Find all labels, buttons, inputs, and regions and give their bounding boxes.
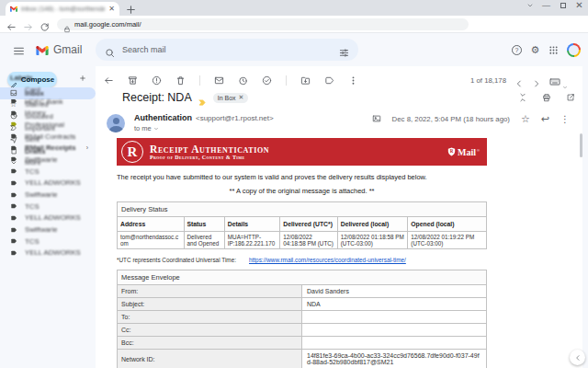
column-header: Details — [224, 217, 279, 232]
label-tag-icon — [10, 202, 17, 210]
open-in-new-icon[interactable] — [566, 93, 575, 102]
gmail-m-icon — [36, 45, 49, 55]
older-email-icon[interactable] — [532, 75, 541, 85]
snooze-icon[interactable] — [238, 75, 248, 86]
toolbar-separator — [199, 75, 200, 86]
column-header: Delivered (local) — [337, 217, 408, 232]
tab-search-icon[interactable] — [526, 2, 534, 9]
apps-grid-icon[interactable] — [548, 45, 559, 55]
recipients-toggle[interactable]: to me — [134, 124, 159, 132]
shield-icon: R — [447, 146, 457, 157]
browser-window: Inbox (146) - tom@northendassoc.com ✕ — … — [0, 0, 588, 368]
search-options-icon[interactable] — [339, 45, 349, 55]
delivery-cell: tom@northendassoc.com — [118, 232, 185, 249]
gmail-favicon-icon — [10, 6, 17, 12]
remove-label-icon[interactable]: ✕ — [239, 94, 244, 101]
sidebar-label-swiftwarie[interactable]: Swiftwarie — [0, 224, 96, 236]
label-name: TCS — [25, 167, 40, 176]
browser-refresh-icon[interactable] — [40, 19, 50, 29]
mail-toolbar — [104, 72, 358, 88]
mark-unread-icon[interactable] — [214, 75, 224, 86]
label-name: Card — [25, 86, 40, 94]
label-name: Professional — [25, 121, 64, 129]
gmail-header: Gmail ? ⚙ — [0, 33, 588, 66]
sidebar-label-tcs[interactable]: TCS — [0, 201, 96, 213]
more-vert-icon[interactable] — [348, 75, 358, 86]
browser-forward-icon[interactable] — [23, 19, 33, 29]
reply-icon[interactable]: ↩ — [541, 114, 549, 123]
envelope-value — [302, 324, 487, 337]
rmail-banner: R Receipt Authentication Proof of Delive… — [117, 138, 487, 166]
search-input[interactable] — [122, 45, 332, 54]
sender-avatar[interactable] — [107, 114, 125, 132]
main-menu-icon[interactable] — [13, 44, 25, 56]
help-icon[interactable]: ? — [512, 45, 522, 55]
sidebar-label-yell-adworks[interactable]: YELL ADWORKS — [0, 178, 96, 190]
envelope-field: Subject: — [118, 298, 302, 311]
label-name: Swiftwarie — [25, 155, 58, 164]
address-input[interactable]: mail.google.com/mail/ — [57, 18, 469, 30]
side-panel-strip — [582, 66, 588, 368]
label-name: TCS — [25, 202, 40, 211]
move-to-icon[interactable] — [300, 75, 311, 86]
chevron-left-icon — [574, 354, 582, 362]
account-avatar[interactable] — [567, 43, 581, 57]
search-icon[interactable] — [105, 45, 115, 55]
important-icon — [10, 124, 17, 132]
chevron-down-icon — [153, 126, 159, 132]
delete-icon[interactable] — [175, 75, 186, 86]
label-name: HDFC Bank — [25, 98, 63, 106]
delivery-status-title: Delivery Status — [118, 202, 487, 217]
delivery-cell: 12/08/2022 01:19:22 PM (UTC-03:00) — [408, 232, 487, 249]
input-tools-icon[interactable] — [549, 75, 568, 86]
utc-footnote: *UTC represents Coordinated Universal Ti… — [117, 257, 236, 263]
envelope-row: Network ID:14f81fe3-69ca-4b00-ac33-324cc… — [118, 350, 487, 368]
print-icon[interactable] — [542, 93, 551, 102]
url-text: mail.google.com/mail/ — [74, 20, 141, 29]
minimize-icon[interactable]: — — [542, 1, 550, 9]
archive-icon[interactable] — [128, 75, 138, 86]
draft-icon — [10, 147, 17, 155]
message-menu-icon[interactable]: ⋮ — [560, 114, 570, 123]
pagination-text: 1 of 18,178 — [470, 76, 506, 85]
sidebar-label-yell-adworks[interactable]: YELL ADWORKS — [0, 247, 96, 259]
envelope-field: Bcc: — [118, 337, 302, 350]
important-marker-icon[interactable] — [198, 94, 208, 102]
clock-icon — [10, 112, 17, 120]
sidebar-label-yell-adworks[interactable]: YELL ADWORKS — [0, 213, 96, 224]
browser-tab[interactable]: Inbox (146) - tom@northendassoc.com ✕ — [6, 2, 119, 16]
collapse-all-icon[interactable] — [518, 93, 527, 102]
utc-link[interactable]: https://www.rmail.com/resources/coordina… — [249, 257, 406, 263]
sidebar-label-swiftwarie[interactable]: Swiftwarie — [0, 189, 96, 201]
label-tag-icon — [10, 179, 17, 187]
labels-icon[interactable] — [324, 75, 334, 86]
label-chip[interactable]: In Box ✕ — [213, 93, 249, 103]
browser-back-icon[interactable] — [6, 19, 17, 29]
settings-gear-icon[interactable]: ⚙ — [530, 45, 540, 55]
maximize-icon[interactable] — [559, 1, 567, 9]
label-name: YELL ADWORKS — [25, 178, 81, 187]
tab-close-icon[interactable]: ✕ — [108, 6, 115, 13]
label-name: Swiftwarie — [25, 190, 58, 199]
new-tab-button[interactable] — [125, 3, 137, 15]
label-chip-text: In Box — [218, 95, 236, 101]
star-email-icon[interactable]: ☆ — [521, 114, 530, 123]
email-subject: Receipt: NDA — [122, 91, 192, 104]
column-header: Address — [118, 217, 185, 232]
sidebar-label-tcs[interactable]: TCS — [0, 236, 96, 247]
newer-email-icon[interactable] — [514, 75, 524, 85]
add-label-icon[interactable] — [79, 75, 86, 82]
add-task-icon[interactable] — [262, 75, 272, 86]
envelope-row: Bcc: — [118, 337, 487, 350]
search-bar[interactable] — [96, 39, 358, 61]
labels-header: Labels — [10, 74, 33, 82]
report-spam-icon[interactable] — [152, 75, 162, 86]
gmail-logo: Gmail — [36, 43, 82, 56]
subject-row: Receipt: NDA In Box ✕ — [122, 91, 575, 104]
back-icon[interactable] — [104, 75, 114, 86]
side-panel-toggle-button[interactable] — [570, 350, 585, 365]
label-tag-icon — [10, 249, 17, 257]
close-icon[interactable]: ✕ — [575, 1, 583, 9]
delivery-status-table: Delivery StatusAddressStatusDetailsDeliv… — [117, 201, 487, 249]
sidebar: Compose Inbox☆StarredSnoozedImportantSen… — [0, 66, 96, 368]
